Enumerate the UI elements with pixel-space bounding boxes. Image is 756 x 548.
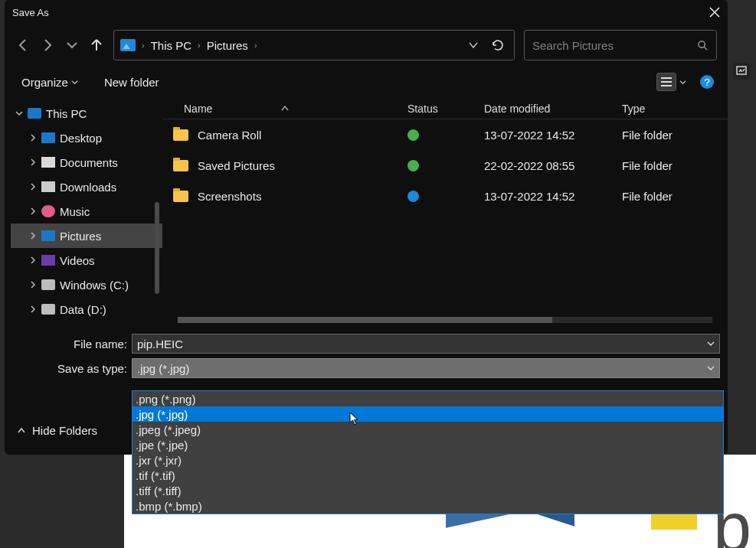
- organize-button[interactable]: Organize: [21, 76, 78, 89]
- drive-icon: [41, 304, 55, 315]
- document-icon: [41, 157, 55, 168]
- savetype-dropdown: .png (*.png).jpg (*.jpg).jpeg (*.jpeg).j…: [132, 390, 724, 514]
- savetype-option[interactable]: .jpe (*.jpe): [133, 437, 723, 452]
- mouse-cursor: [349, 412, 360, 426]
- bottom-form: File name: pip.HEIC Save as type: .jpg (…: [5, 325, 728, 380]
- chevron-right-icon: [29, 256, 37, 264]
- tree-this-pc[interactable]: This PC: [11, 101, 162, 126]
- tree-music[interactable]: Music: [11, 199, 162, 223]
- chevron-right-icon: [29, 134, 37, 142]
- tree-downloads[interactable]: Downloads: [11, 175, 162, 199]
- back-icon[interactable]: [15, 38, 31, 53]
- savetype-label: Save as type:: [12, 362, 132, 375]
- refresh-icon[interactable]: [491, 38, 505, 52]
- savetype-option[interactable]: .tiff (*.tiff): [133, 483, 723, 498]
- hide-folders-button[interactable]: Hide Folders: [17, 424, 97, 437]
- pc-icon: [120, 39, 136, 51]
- filename-input[interactable]: pip.HEIC: [132, 334, 720, 354]
- desktop-icon: [41, 132, 55, 143]
- tree-documents[interactable]: Documents: [11, 150, 162, 175]
- chevron-right-icon: [29, 305, 37, 313]
- chevron-right-icon: ›: [198, 41, 201, 50]
- list-item[interactable]: Screenshots 13-07-2022 14:52 File folder: [162, 181, 728, 211]
- folder-icon: [173, 160, 188, 171]
- tree-videos[interactable]: Videos: [11, 248, 162, 272]
- column-name[interactable]: Name: [162, 103, 407, 115]
- savetype-option[interactable]: .bmp (*.bmp): [133, 498, 723, 514]
- breadcrumb-this-pc[interactable]: This PC: [151, 39, 191, 52]
- chevron-right-icon: [29, 207, 37, 215]
- chevron-right-icon: [29, 158, 37, 166]
- download-icon: [41, 181, 55, 192]
- dialog-title: Save As: [12, 7, 49, 18]
- nav-row: › This PC › Pictures › Search Pictures: [5, 24, 728, 66]
- savetype-option[interactable]: .jpeg (*.jpeg): [133, 422, 723, 437]
- view-mode-button[interactable]: [656, 73, 676, 91]
- chevron-up-icon: [17, 426, 26, 435]
- status-cloud-icon: [407, 191, 419, 202]
- recent-dropdown-icon[interactable]: [64, 38, 80, 53]
- up-icon[interactable]: [89, 38, 104, 53]
- chevron-right-icon: [29, 281, 37, 289]
- status-synced-icon: [407, 160, 419, 171]
- pictures-icon: [41, 230, 55, 241]
- savetype-option[interactable]: .jxr (*.jxr): [133, 452, 723, 468]
- savetype-option[interactable]: .tif (*.tif): [133, 468, 723, 483]
- savetype-option[interactable]: .jpg (*.jpg): [133, 406, 723, 422]
- caret-down-icon: [707, 364, 715, 372]
- caret-down-icon[interactable]: [679, 79, 686, 86]
- tree-drive-c[interactable]: Windows (C:): [11, 272, 162, 297]
- breadcrumb[interactable]: › This PC › Pictures ›: [113, 30, 515, 60]
- chevron-right-icon: [29, 183, 37, 191]
- nav-tree: This PC Desktop Documents Downloads Musi: [5, 98, 162, 325]
- chevron-right-icon: ›: [254, 41, 257, 50]
- column-date[interactable]: Date modified: [484, 103, 622, 115]
- column-headers: Name Status Date modified Type: [162, 98, 728, 119]
- list-item[interactable]: Camera Roll 13-07-2022 14:52 File folder: [162, 119, 728, 150]
- search-input[interactable]: Search Pictures: [524, 30, 717, 60]
- savetype-combobox[interactable]: .jpg (*.jpg): [132, 358, 720, 378]
- breadcrumb-dropdown-icon[interactable]: [468, 40, 479, 51]
- titlebar: Save As: [5, 0, 728, 24]
- filename-label: File name:: [12, 338, 132, 351]
- forward-icon[interactable]: [40, 38, 55, 53]
- new-folder-button[interactable]: New folder: [104, 76, 159, 89]
- save-as-dialog: Save As › This PC › Pictures › Search Pi…: [5, 0, 728, 455]
- svg-point-0: [699, 41, 705, 47]
- status-synced-icon: [407, 129, 419, 141]
- tree-desktop[interactable]: Desktop: [11, 126, 162, 150]
- help-button[interactable]: ?: [700, 75, 714, 89]
- caret-down-icon[interactable]: [707, 340, 715, 347]
- file-listing: Name Status Date modified Type Camera Ro…: [162, 98, 728, 325]
- search-placeholder: Search Pictures: [532, 39, 614, 52]
- breadcrumb-pictures[interactable]: Pictures: [207, 39, 248, 52]
- tree-scrollbar[interactable]: [155, 202, 159, 294]
- folder-icon: [173, 129, 188, 141]
- chevron-down-icon: [15, 109, 23, 117]
- caret-down-icon: [71, 79, 78, 86]
- tree-drive-d[interactable]: Data (D:): [11, 297, 162, 321]
- toolbar: Organize New folder ?: [5, 66, 728, 98]
- music-icon: [41, 205, 55, 217]
- main-area: This PC Desktop Documents Downloads Musi: [5, 98, 728, 325]
- tree-pictures[interactable]: Pictures: [11, 223, 162, 248]
- sort-asc-icon: [281, 106, 289, 112]
- chevron-right-icon: [29, 232, 37, 240]
- column-type[interactable]: Type: [622, 103, 728, 115]
- column-status[interactable]: Status: [407, 103, 484, 115]
- monitor-icon: [28, 108, 41, 119]
- search-icon: [697, 40, 709, 51]
- chevron-right-icon: ›: [142, 41, 145, 50]
- savetype-option[interactable]: .png (*.png): [133, 391, 723, 406]
- horizontal-scrollbar[interactable]: [178, 317, 712, 323]
- folder-icon: [173, 191, 188, 202]
- drive-icon: [41, 279, 55, 290]
- list-item[interactable]: Saved Pictures 22-02-2022 08:55 File fol…: [162, 150, 728, 181]
- close-icon[interactable]: [709, 7, 720, 18]
- extension-icon[interactable]: [733, 63, 750, 80]
- videos-icon: [41, 255, 55, 266]
